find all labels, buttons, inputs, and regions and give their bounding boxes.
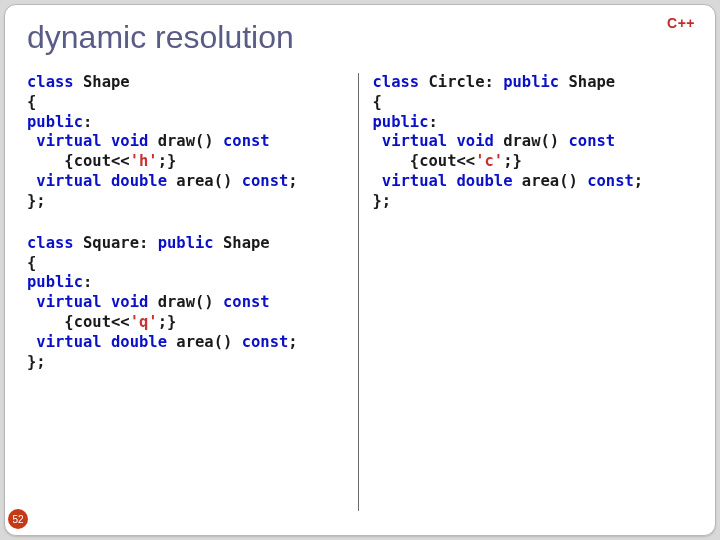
page-number: 52 <box>8 509 28 529</box>
language-badge: C++ <box>667 15 695 31</box>
left-column: class Shape { public: virtual void draw(… <box>27 73 359 511</box>
right-column: class Circle: public Shape { public: vir… <box>359 73 694 511</box>
slide: C++ dynamic resolution class Shape { pub… <box>4 4 716 536</box>
slide-title: dynamic resolution <box>27 19 693 62</box>
code-square: class Square: public Shape { public: vir… <box>27 234 348 373</box>
code-shape: class Shape { public: virtual void draw(… <box>27 73 348 212</box>
code-columns: class Shape { public: virtual void draw(… <box>27 73 693 511</box>
code-circle: class Circle: public Shape { public: vir… <box>373 73 694 212</box>
